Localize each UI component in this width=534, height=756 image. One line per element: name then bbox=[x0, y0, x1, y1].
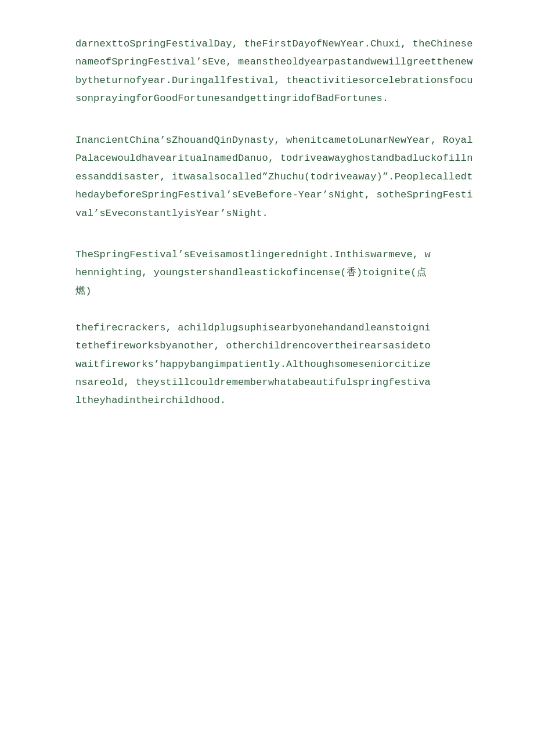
paragraph-2: InancientChina’sZhouandQinDynasty, wheni… bbox=[75, 131, 476, 222]
paragraph-1: darnexttoSpringFestivalDay, theFirstDayo… bbox=[75, 35, 476, 108]
paragraph-3-text: TheSpringFestival’sEveisamostlingerednig… bbox=[75, 249, 431, 406]
paragraph-1-text: darnexttoSpringFestivalDay, theFirstDayo… bbox=[75, 38, 473, 104]
page-container: darnexttoSpringFestivalDay, theFirstDayo… bbox=[0, 0, 534, 756]
paragraph-2-text: InancientChina’sZhouandQinDynasty, wheni… bbox=[75, 135, 473, 219]
paragraph-3: TheSpringFestival’sEveisamostlingerednig… bbox=[75, 246, 476, 410]
